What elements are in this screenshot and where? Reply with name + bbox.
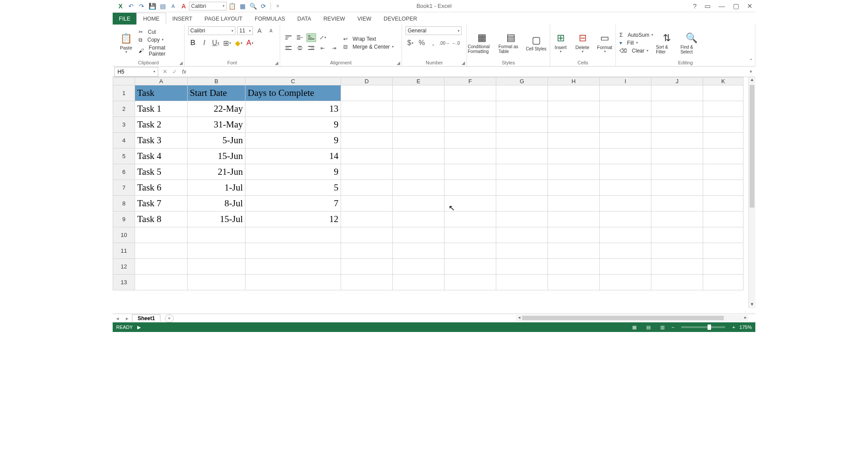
- col-header-J[interactable]: J: [651, 78, 703, 85]
- col-header-E[interactable]: E: [393, 78, 445, 85]
- cell-C12[interactable]: [245, 259, 341, 275]
- cell-C5[interactable]: 14: [245, 148, 341, 164]
- col-header-H[interactable]: H: [548, 78, 600, 85]
- increase-decimal-button[interactable]: .00→: [440, 39, 449, 47]
- col-header-K[interactable]: K: [703, 78, 743, 85]
- orientation-button[interactable]: ⤢▾: [318, 33, 327, 42]
- maximize-button[interactable]: ▢: [733, 2, 739, 10]
- comma-style-button[interactable]: ,: [428, 39, 438, 47]
- align-middle-button[interactable]: [295, 33, 305, 42]
- underline-button[interactable]: U▾: [211, 39, 221, 47]
- cell-A11[interactable]: [135, 243, 188, 259]
- font-decrease-icon[interactable]: A: [168, 1, 178, 11]
- cell-D2[interactable]: [341, 101, 393, 117]
- cell-F8[interactable]: [445, 196, 496, 212]
- row-header-8[interactable]: 8: [113, 196, 135, 212]
- cell-K11[interactable]: [703, 243, 743, 259]
- scroll-down-icon[interactable]: ▼: [749, 302, 755, 308]
- decrease-decimal-button[interactable]: ←.0: [451, 39, 461, 47]
- sheet-nav-prev[interactable]: ◂: [113, 315, 122, 321]
- cell-E9[interactable]: [393, 212, 445, 227]
- horizontal-scrollbar[interactable]: ◂ ▸: [516, 315, 748, 321]
- cell-K1[interactable]: [703, 85, 743, 101]
- cell-C8[interactable]: 7: [245, 196, 341, 212]
- col-header-I[interactable]: I: [600, 78, 651, 85]
- row-header-2[interactable]: 2: [113, 101, 135, 117]
- cell-H1[interactable]: [548, 85, 600, 101]
- cell-I10[interactable]: [600, 227, 651, 243]
- cell-I4[interactable]: [600, 133, 651, 148]
- cell-E7[interactable]: [393, 180, 445, 196]
- italic-button[interactable]: I: [199, 39, 209, 47]
- qat-font-select[interactable]: Calibri▾: [189, 2, 227, 11]
- fill-color-button[interactable]: ◆▾: [234, 39, 243, 47]
- vertical-scrollbar[interactable]: ▲ ▼: [748, 77, 755, 308]
- align-left-button[interactable]: [284, 44, 293, 53]
- cell-J8[interactable]: [651, 196, 703, 212]
- cell-E2[interactable]: [393, 101, 445, 117]
- cell-J4[interactable]: [651, 133, 703, 148]
- cell-J13[interactable]: [651, 275, 703, 290]
- fill-button[interactable]: ▾ Fill▾: [619, 40, 653, 46]
- col-header-C[interactable]: C: [245, 78, 341, 85]
- cell-B9[interactable]: 15-Jul: [188, 212, 245, 227]
- cell-K9[interactable]: [703, 212, 743, 227]
- cell-I9[interactable]: [600, 212, 651, 227]
- cell-B10[interactable]: [188, 227, 245, 243]
- clipboard-dialog-launcher[interactable]: ◢: [179, 60, 183, 65]
- cell-B5[interactable]: 15-Jun: [188, 148, 245, 164]
- formula-input[interactable]: [189, 67, 747, 76]
- cell-I3[interactable]: [600, 117, 651, 133]
- cell-B2[interactable]: 22-May: [188, 101, 245, 117]
- cell-C7[interactable]: 5: [245, 180, 341, 196]
- cell-E11[interactable]: [393, 243, 445, 259]
- cell-F10[interactable]: [445, 227, 496, 243]
- cell-I11[interactable]: [600, 243, 651, 259]
- font-name-select[interactable]: Calibri▾: [188, 26, 235, 35]
- align-center-button[interactable]: [295, 44, 305, 53]
- cell-G3[interactable]: [496, 117, 548, 133]
- cell-G5[interactable]: [496, 148, 548, 164]
- bold-button[interactable]: B: [188, 39, 198, 47]
- cell-C9[interactable]: 12: [245, 212, 341, 227]
- tab-data[interactable]: DATA: [291, 13, 317, 25]
- cell-H3[interactable]: [548, 117, 600, 133]
- cell-K7[interactable]: [703, 180, 743, 196]
- cell-J10[interactable]: [651, 227, 703, 243]
- zoom-level[interactable]: 175%: [740, 325, 752, 330]
- row-header-3[interactable]: 3: [113, 117, 135, 133]
- cell-K3[interactable]: [703, 117, 743, 133]
- cell-A3[interactable]: Task 2: [135, 117, 188, 133]
- fx-icon[interactable]: fx: [179, 69, 189, 75]
- number-dialog-launcher[interactable]: ◢: [462, 60, 465, 65]
- col-header-G[interactable]: G: [496, 78, 548, 85]
- page-layout-view-button[interactable]: ▤: [644, 324, 653, 331]
- cell-K4[interactable]: [703, 133, 743, 148]
- cell-J5[interactable]: [651, 148, 703, 164]
- cell-A1[interactable]: Task: [135, 85, 188, 101]
- cell-C10[interactable]: [245, 227, 341, 243]
- row-header-4[interactable]: 4: [113, 133, 135, 148]
- cell-A13[interactable]: [135, 275, 188, 290]
- align-top-button[interactable]: [284, 33, 293, 42]
- cell-F1[interactable]: [445, 85, 496, 101]
- cell-G2[interactable]: [496, 101, 548, 117]
- cell-K13[interactable]: [703, 275, 743, 290]
- normal-view-button[interactable]: ▦: [630, 324, 639, 331]
- format-as-table-button[interactable]: ▤Format as Table: [498, 27, 523, 58]
- cell-D9[interactable]: [341, 212, 393, 227]
- cell-D3[interactable]: [341, 117, 393, 133]
- insert-cells-button[interactable]: ⊞Insert▾: [551, 27, 570, 58]
- cell-I7[interactable]: [600, 180, 651, 196]
- row-header-11[interactable]: 11: [113, 243, 135, 259]
- cell-E6[interactable]: [393, 164, 445, 180]
- cell-H13[interactable]: [548, 275, 600, 290]
- cell-J9[interactable]: [651, 212, 703, 227]
- cell-D13[interactable]: [341, 275, 393, 290]
- zoom-slider[interactable]: [681, 326, 725, 328]
- cell-C11[interactable]: [245, 243, 341, 259]
- cell-F5[interactable]: [445, 148, 496, 164]
- cell-I8[interactable]: [600, 196, 651, 212]
- find-select-button[interactable]: 🔍Find & Select: [680, 27, 702, 59]
- cell-F7[interactable]: [445, 180, 496, 196]
